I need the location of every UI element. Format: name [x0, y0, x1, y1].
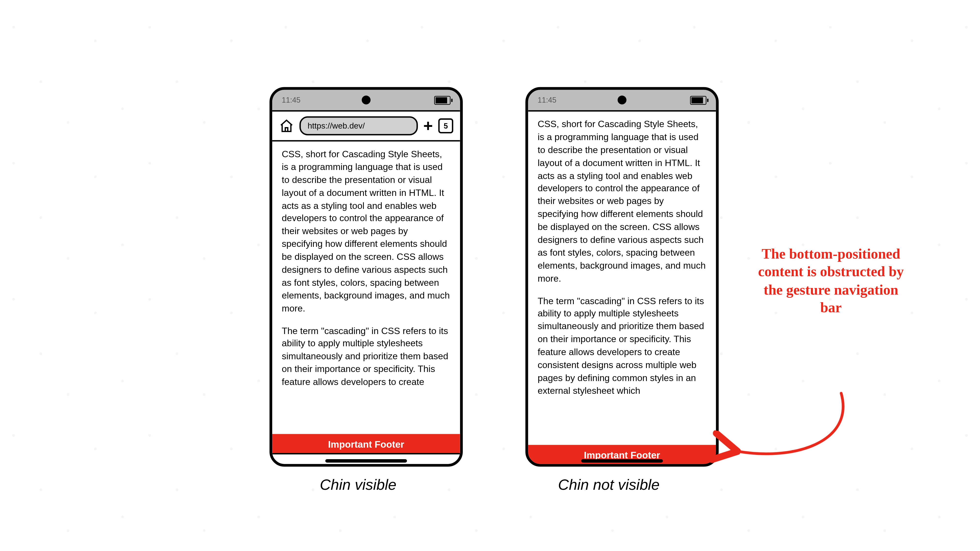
gesture-handle[interactable]: [325, 459, 407, 462]
status-bar: 11:45: [528, 90, 716, 112]
page-viewport: CSS, short for Cascading Style Sheets, i…: [272, 141, 460, 467]
plus-icon[interactable]: +: [423, 118, 433, 134]
url-text: https://web.dev/: [308, 121, 365, 130]
device-chin: [272, 453, 460, 467]
paragraph-1: CSS, short for Cascading Style Sheets, i…: [538, 118, 706, 285]
home-icon[interactable]: [279, 118, 294, 133]
paragraph-2: The term "cascading" in CSS refers to it…: [538, 295, 706, 398]
tab-count: 5: [444, 122, 448, 130]
status-time: 11:45: [538, 96, 556, 104]
status-time: 11:45: [282, 96, 301, 104]
footer-label: Important Footer: [328, 439, 404, 449]
phone-chin-not-visible: 11:45 CSS, short for Cascading Style She…: [525, 87, 719, 467]
caption-chin-not-visible: Chin not visible: [558, 476, 660, 494]
gesture-handle[interactable]: [581, 459, 663, 463]
tabs-icon[interactable]: 5: [438, 118, 453, 133]
paragraph-1: CSS, short for Cascading Style Sheets, i…: [282, 148, 450, 315]
camera-icon: [362, 95, 371, 104]
battery-icon: [434, 95, 450, 104]
page-content: CSS, short for Cascading Style Sheets, i…: [528, 112, 716, 398]
page-viewport: CSS, short for Cascading Style Sheets, i…: [528, 112, 716, 465]
important-footer: Important Footer: [272, 434, 460, 454]
url-field[interactable]: https://web.dev/: [299, 116, 418, 135]
callout-arrow: [719, 387, 896, 476]
caption-chin-visible: Chin visible: [320, 476, 397, 494]
callout-text: The bottom-positioned content is obstruc…: [754, 245, 908, 316]
status-bar: 11:45: [272, 90, 460, 112]
battery-icon: [690, 95, 706, 104]
phone-chin-visible: 11:45 https://web.dev/ + 5 CSS, shor: [269, 87, 463, 467]
paragraph-2: The term "cascading" in CSS refers to it…: [282, 325, 450, 389]
footer-label: Important Footer: [584, 449, 660, 460]
page-content: CSS, short for Cascading Style Sheets, i…: [272, 141, 460, 389]
camera-icon: [618, 95, 627, 104]
browser-address-bar: https://web.dev/ + 5: [272, 112, 460, 141]
